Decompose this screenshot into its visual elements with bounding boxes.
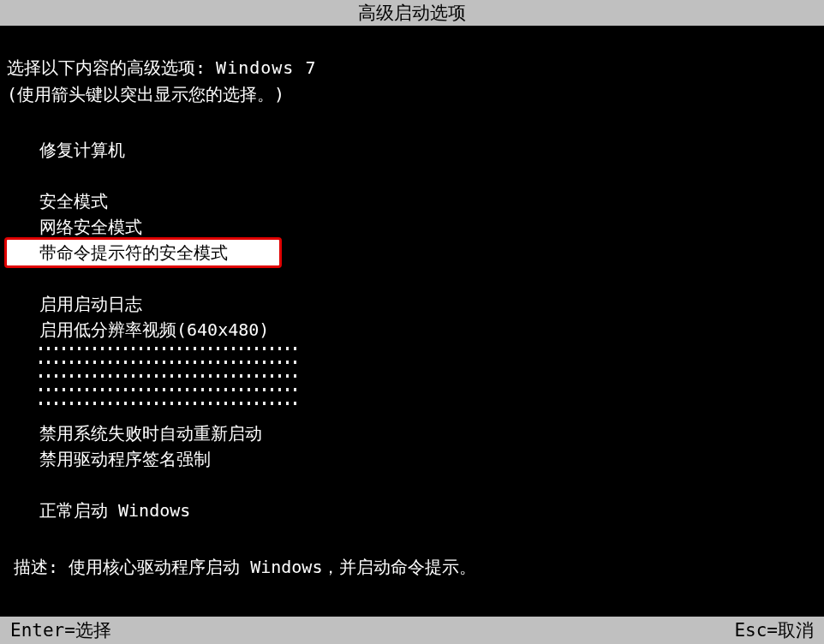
instruction-text: (使用箭头键以突出显示您的选择。): [7, 83, 817, 106]
menu-item[interactable]: 启用启动日志: [39, 291, 817, 317]
description-line: 描述: 使用核心驱动程序启动 Windows，并启动命令提示。: [7, 556, 817, 579]
os-name: Windows 7: [216, 57, 316, 78]
esc-hint: Esc=取消: [734, 618, 814, 642]
menu-item[interactable]: 禁用系统失败时自动重新启动: [39, 420, 817, 446]
enter-hint: Enter=选择: [10, 618, 111, 642]
garbled-text-block: [39, 345, 296, 415]
menu-item[interactable]: 启用低分辨率视频(640x480): [39, 317, 817, 343]
page-title: 高级启动选项: [358, 3, 466, 23]
description-text: 使用核心驱动程序启动 Windows，并启动命令提示。: [69, 557, 476, 577]
menu-item[interactable]: 禁用驱动程序签名强制: [39, 446, 817, 472]
menu-item[interactable]: 带命令提示符的安全模式: [7, 240, 279, 265]
menu-gap: [39, 163, 817, 188]
prompt-line: 选择以下内容的高级选项: Windows 7: [7, 57, 817, 80]
boot-menu[interactable]: 修复计算机安全模式网络安全模式带命令提示符的安全模式启用启动日志启用低分辨率视频…: [7, 137, 817, 523]
title-bar: 高级启动选项: [0, 0, 824, 26]
content-area: 选择以下内容的高级选项: Windows 7 (使用箭头键以突出显示您的选择。)…: [0, 26, 824, 579]
menu-item[interactable]: 正常启动 Windows: [39, 498, 817, 523]
menu-item[interactable]: 安全模式: [39, 188, 817, 214]
prompt-prefix: 选择以下内容的高级选项:: [7, 57, 216, 78]
bottom-bar: Enter=选择 Esc=取消: [0, 617, 824, 644]
menu-item[interactable]: 网络安全模式: [39, 214, 817, 240]
menu-gap: [39, 472, 817, 498]
description-label: 描述:: [14, 557, 69, 577]
menu-item[interactable]: 修复计算机: [39, 137, 817, 163]
menu-gap: [39, 265, 817, 291]
